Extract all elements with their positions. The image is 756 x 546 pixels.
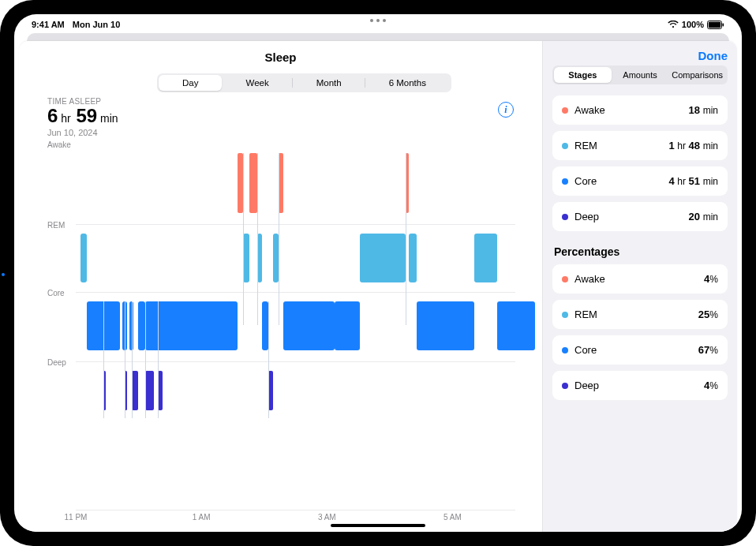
stage-value: 20 min: [689, 211, 718, 223]
chart-interval: [249, 153, 257, 213]
chart-interval: [132, 371, 138, 410]
svg-rect-2: [723, 23, 724, 26]
page-title: Sleep: [19, 50, 542, 64]
info-button[interactable]: i: [498, 102, 514, 118]
pct-card-core[interactable]: Core67%: [552, 335, 728, 365]
stage-dot-icon: [562, 276, 568, 282]
x-tick: 5 AM: [443, 513, 462, 522]
ipad-frame: 9:41 AM Mon Jun 10 100% Sleep: [0, 0, 756, 546]
nav-header: Sleep: [19, 41, 542, 69]
chart-interval: [238, 153, 243, 213]
chart-interval: [138, 301, 144, 350]
wifi-icon: [668, 21, 679, 28]
y-axis-label-deep: Deep: [47, 358, 66, 367]
side-segmented-control[interactable]: StagesAmountsComparisons: [552, 65, 728, 84]
stage-name: Core: [574, 175, 597, 187]
stage-dot-icon: [562, 107, 568, 114]
multitask-dots[interactable]: [370, 19, 386, 22]
stage-dot-icon: [562, 312, 568, 318]
chart-interval: [360, 234, 406, 282]
stage-value: 4%: [704, 273, 718, 285]
chart-interval: [335, 301, 360, 350]
x-tick: 11 PM: [65, 513, 88, 522]
stage-value: 67%: [698, 344, 718, 356]
status-time: 9:41 AM: [32, 20, 65, 29]
status-date: Mon Jun 10: [73, 20, 121, 29]
screen: 9:41 AM Mon Jun 10 100% Sleep: [14, 14, 742, 532]
side-tab-stages[interactable]: Stages: [554, 67, 612, 83]
stage-name: REM: [574, 140, 597, 151]
stage-value: 4%: [704, 380, 718, 391]
y-axis-label-rem: REM: [47, 221, 65, 230]
stage-name: Core: [574, 344, 597, 356]
side-tab-comparisons[interactable]: Comparisons: [668, 67, 726, 83]
range-segmented-control[interactable]: DayWeekMonth6 Months: [157, 73, 451, 92]
summary-date: Jun 10, 2024: [47, 128, 118, 137]
chart-interval: [262, 301, 268, 350]
done-button[interactable]: Done: [698, 49, 728, 62]
chart-interval: [80, 234, 87, 282]
sleep-stages-chart[interactable]: AwakeREMCoreDeep11 PM1 AM3 AM5 AM: [47, 140, 515, 532]
svg-rect-1: [709, 21, 720, 27]
stage-card-rem[interactable]: REM1 hr 48 min: [552, 131, 728, 160]
stage-card-awake[interactable]: Awake18 min: [552, 95, 728, 125]
stage-value: 18 min: [689, 104, 718, 116]
y-axis-label-core: Core: [47, 289, 65, 297]
stage-name: REM: [574, 309, 597, 320]
stage-name: Awake: [574, 104, 605, 116]
stage-value: 1 hr 48 min: [668, 140, 718, 151]
stage-value: 25%: [698, 309, 718, 320]
percentages-list: Awake4%REM25%Core67%Deep4%: [552, 264, 728, 406]
pct-card-awake[interactable]: Awake4%: [552, 264, 728, 294]
chart-interval: [417, 301, 474, 350]
y-axis-label-awake: Awake: [47, 140, 71, 149]
range-tab-day[interactable]: Day: [159, 75, 222, 91]
battery-icon: [707, 21, 724, 29]
stages-list: Awake18 minREM1 hr 48 minCore4 hr 51 min…: [552, 95, 728, 237]
stage-name: Deep: [574, 211, 599, 223]
stage-card-deep[interactable]: Deep20 min: [552, 202, 728, 231]
status-battery-pct: 100%: [682, 20, 704, 29]
range-tab-week[interactable]: Week: [222, 75, 292, 91]
stage-dot-icon: [562, 214, 568, 220]
chart-interval: [474, 234, 496, 282]
chart-interval: [409, 234, 417, 282]
behind-sheet: [27, 33, 729, 41]
pct-card-deep[interactable]: Deep4%: [552, 371, 728, 400]
summary-value: 6 hr 59 min: [47, 106, 118, 126]
pct-card-rem[interactable]: REM25%: [552, 300, 728, 329]
x-tick: 3 AM: [318, 513, 336, 522]
stage-name: Deep: [574, 380, 599, 391]
stage-dot-icon: [562, 347, 568, 353]
stage-dot-icon: [562, 178, 568, 185]
chart-interval: [283, 301, 335, 350]
stage-value: 4 hr 51 min: [668, 175, 718, 187]
x-tick: 1 AM: [193, 513, 211, 522]
side-dot: [2, 273, 5, 276]
chart-interval: [273, 234, 279, 282]
side-pane: Done StagesAmountsComparisons Awake18 mi…: [543, 41, 737, 532]
range-tab-month[interactable]: Month: [293, 75, 365, 91]
range-tab-6-months[interactable]: 6 Months: [365, 75, 450, 91]
chart-interval: [145, 371, 154, 410]
stage-card-core[interactable]: Core4 hr 51 min: [552, 166, 728, 196]
side-tab-amounts[interactable]: Amounts: [612, 67, 669, 83]
status-bar: 9:41 AM Mon Jun 10 100%: [14, 14, 742, 33]
chart-interval: [497, 301, 535, 350]
percentages-header: Percentages: [554, 245, 726, 258]
stage-name: Awake: [574, 273, 605, 285]
stage-dot-icon: [562, 383, 568, 389]
chart-interval: [243, 234, 249, 282]
main-pane: Sleep DayWeekMonth6 Months TIME ASLEEP 6…: [19, 41, 543, 532]
stage-dot-icon: [562, 143, 568, 149]
home-indicator[interactable]: [331, 524, 425, 527]
sleep-sheet: Sleep DayWeekMonth6 Months TIME ASLEEP 6…: [19, 41, 737, 532]
